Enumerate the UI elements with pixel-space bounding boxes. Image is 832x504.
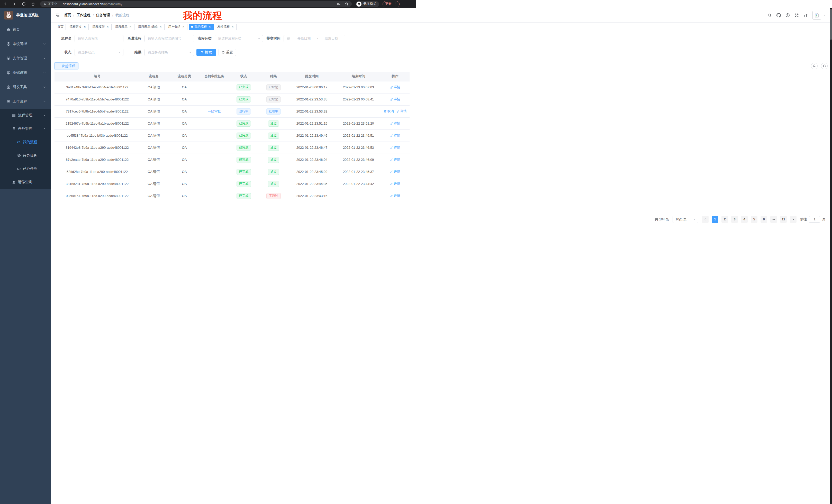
cell-submit-time: 2022-01-22 23:53:35	[287, 93, 336, 105]
detail-link[interactable]: 详情	[390, 133, 400, 138]
detail-link[interactable]: 详情	[396, 109, 407, 114]
cell-task	[201, 166, 228, 178]
tab-发起流程[interactable]: 发起流程×	[215, 24, 237, 30]
tab-流程表单-编辑[interactable]: 流程表单-编辑×	[136, 24, 164, 30]
tab-首页[interactable]: 首页	[55, 24, 66, 30]
filter-label: 提交时间	[266, 36, 284, 41]
sidebar-item-已办任务[interactable]: 已办任务	[0, 162, 51, 175]
close-icon[interactable]: ×	[159, 25, 162, 29]
logo-row[interactable]: 芋道管理系统	[0, 8, 51, 22]
status-tag: 已取消	[266, 84, 281, 90]
cell-result: 通过	[260, 153, 287, 166]
column-header: 状态	[228, 72, 260, 81]
reload-icon[interactable]	[22, 2, 26, 6]
sidebar-item-待办任务[interactable]: 待办任务	[0, 149, 51, 162]
sidebar-item-支付管理[interactable]: 支付管理	[0, 51, 51, 65]
cell-end-time: 2022-01-22 23:45:37	[336, 166, 381, 178]
breadcrumb-item[interactable]: 工作流程	[77, 13, 90, 18]
sidebar-item-基础设施[interactable]: 基础设施	[0, 65, 51, 80]
edit-icon	[390, 122, 393, 125]
cell-category: OA	[167, 105, 201, 117]
task-link[interactable]: 一级审批	[208, 109, 221, 113]
pagination: 共 104 条 10条/页 12345611 前往 1 页	[54, 216, 416, 223]
create-process-button[interactable]: 发起流程	[54, 62, 78, 69]
table-row: 819442e8-7b9a-11ec-a290-acde48001122OA 请…	[54, 142, 410, 153]
status-select[interactable]: 请选择状态	[75, 49, 123, 56]
detail-link[interactable]: 详情	[390, 170, 400, 174]
cell-name: OA 请假	[140, 142, 167, 153]
detail-link[interactable]: 详情	[390, 158, 400, 162]
start-date-placeholder: 开始日期	[292, 36, 315, 41]
collapse-sidebar-icon[interactable]	[55, 13, 60, 18]
back-icon[interactable]	[3, 2, 7, 6]
cell-name: OA 请假	[140, 153, 167, 166]
security-label[interactable]: 不安全	[48, 2, 57, 6]
forward-icon[interactable]	[12, 2, 17, 6]
placeholder: 请输入流程定义的编号	[148, 36, 181, 41]
star-icon[interactable]	[345, 2, 349, 6]
table-row: 67c2eaab-7b9a-11ec-a290-acde48001122OA 请…	[54, 153, 410, 166]
cancel-link[interactable]: 取消	[384, 109, 394, 114]
sidebar-item-流程管理[interactable]: 流程管理	[0, 109, 51, 122]
detail-link[interactable]: 详情	[390, 181, 400, 186]
update-button[interactable]: 更新	[383, 1, 399, 7]
tab-流程表单[interactable]: 流程表单×	[113, 24, 134, 30]
sidebar-item-研发工具[interactable]: 研发工具	[0, 80, 51, 94]
edit-icon	[390, 86, 393, 89]
home-icon[interactable]	[31, 2, 35, 6]
sidebar-item-label: 请假查询	[18, 180, 32, 185]
sidebar-item-请假查询[interactable]: 请假查询	[0, 175, 51, 189]
table-row: 2152467e-7b9b-11ec-9a1b-acde48001122OA 请…	[54, 117, 410, 130]
cell-id: 3ad174fb-7b9d-11ec-8404-acde48001122	[54, 81, 140, 93]
status-tag: 处理中	[266, 108, 281, 115]
search-button[interactable]: 搜索	[197, 49, 216, 56]
category-select[interactable]: 请选择流程分类	[215, 35, 263, 42]
date-range-picker[interactable]: 开始日期 - 结束日期	[284, 35, 345, 42]
tab-用户分组[interactable]: 用户分组×	[166, 24, 187, 30]
cell-category: OA	[167, 190, 201, 202]
column-header: 流程分类	[167, 72, 201, 81]
detail-link[interactable]: 详情	[390, 121, 400, 125]
breadcrumb-item[interactable]: 任务管理	[96, 13, 110, 18]
detail-link[interactable]: 详情	[390, 85, 400, 89]
close-icon[interactable]: ×	[208, 25, 211, 29]
detail-link[interactable]: 详情	[390, 97, 400, 102]
close-icon[interactable]: ×	[106, 25, 109, 29]
cell-submit-time: 2022-01-22 23:51:15	[287, 117, 336, 130]
create-button-label: 发起流程	[62, 64, 75, 68]
edit-icon	[390, 146, 393, 149]
sidebar-item-label: 工作流程	[12, 99, 27, 104]
sidebar-item-首页[interactable]: 首页	[0, 22, 51, 37]
tab-label: 流程定义	[70, 25, 82, 29]
close-icon[interactable]: ×	[231, 25, 234, 29]
sidebar-item-任务管理[interactable]: 任务管理	[0, 122, 51, 135]
process-definition-input[interactable]: 请输入流程定义的编号	[145, 35, 194, 42]
gauge-icon	[6, 27, 10, 32]
close-icon[interactable]: ×	[182, 25, 185, 29]
tab-流程定义[interactable]: 流程定义×	[67, 24, 89, 30]
app-logo	[4, 11, 13, 20]
monitor-icon	[6, 71, 10, 75]
reset-button[interactable]: 重置	[218, 49, 236, 56]
tab-流程模型[interactable]: 流程模型×	[90, 24, 111, 30]
status-tag: 通过	[268, 181, 279, 187]
sidebar-item-工作流程[interactable]: 工作流程	[0, 94, 51, 109]
cell-status: 进行中	[228, 105, 260, 117]
cell-id: 331bc281-7b9a-11ec-a290-acde48001122	[54, 178, 140, 190]
detail-link[interactable]: 详情	[390, 145, 400, 150]
cell-end-time: 2022-01-22 23:44:42	[336, 178, 381, 190]
sidebar-item-系统管理[interactable]: 系统管理	[0, 37, 51, 51]
process-name-input[interactable]: 请输入流程名	[75, 35, 123, 42]
cell-id: 7317cec6-7b9b-11ec-b5b7-acde48001122	[54, 105, 140, 117]
result-select[interactable]: 请选择流结果	[145, 49, 194, 56]
browser-menu-icon[interactable]	[394, 2, 397, 6]
close-icon[interactable]: ×	[83, 25, 86, 29]
key-icon[interactable]	[337, 2, 341, 6]
status-tag: 已完成	[237, 193, 251, 199]
breadcrumb-item[interactable]: 首页	[64, 13, 71, 18]
detail-link[interactable]: 详情	[390, 194, 400, 198]
close-icon[interactable]: ×	[129, 25, 132, 29]
url-bar[interactable]: 不安全 dashboard.yudao.iocoder.cn /bpm/task…	[40, 1, 352, 7]
tab-我的流程[interactable]: 我的流程×	[189, 24, 214, 30]
sidebar-item-我的流程[interactable]: 我的流程	[0, 135, 51, 149]
